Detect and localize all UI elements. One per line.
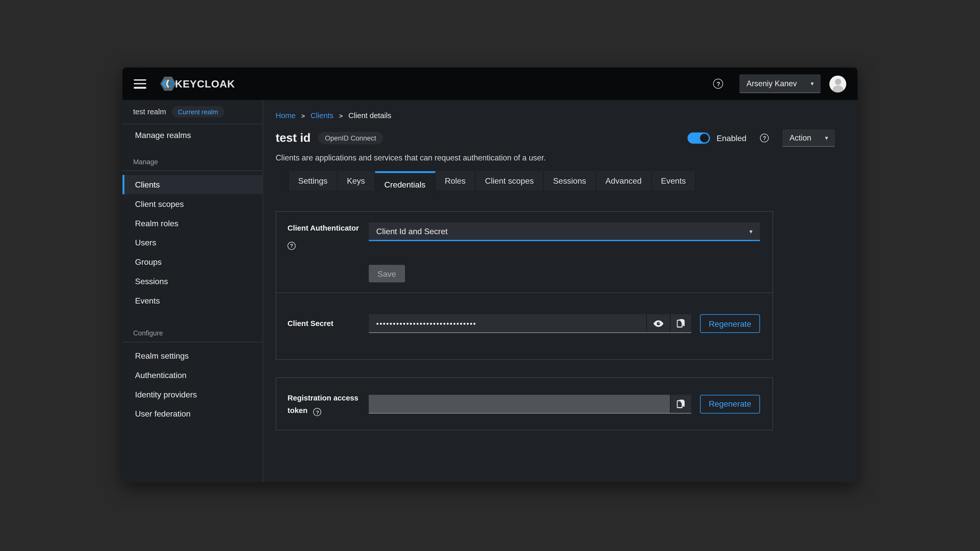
sidebar-item-client-scopes[interactable]: Client scopes xyxy=(123,194,262,214)
page-title: test id xyxy=(275,131,310,145)
sidebar-item-realm-settings[interactable]: Realm settings xyxy=(123,346,262,365)
screen: KEYCLOAK ? Arseniy Kanev ▾ test realm Cu… xyxy=(0,0,980,551)
enabled-toggle[interactable] xyxy=(687,132,710,144)
breadcrumb-home[interactable]: Home xyxy=(275,111,296,120)
brand-text: KEYCLOAK xyxy=(175,78,235,90)
client-secret-masked-value: •••••••••••••••••••••••••••••• xyxy=(376,320,476,327)
user-name: Arseniy Kanev xyxy=(746,79,797,88)
sidebar-item-clients[interactable]: Clients xyxy=(123,175,262,194)
keycloak-logo[interactable]: KEYCLOAK xyxy=(159,74,235,93)
tab-advanced[interactable]: Advanced xyxy=(596,171,652,191)
copy-icon xyxy=(677,319,685,328)
registration-token-card: Registration access token ? xyxy=(275,377,773,430)
client-secret-label: Client Secret xyxy=(288,318,361,330)
sidebar-item-realm-roles[interactable]: Realm roles xyxy=(123,214,262,233)
user-avatar xyxy=(829,75,846,92)
save-button[interactable]: Save xyxy=(369,265,405,283)
sidebar-item-users[interactable]: Users xyxy=(123,233,262,252)
tab-keys[interactable]: Keys xyxy=(337,171,375,191)
realm-name: test realm xyxy=(133,107,166,116)
regenerate-token-button[interactable]: Regenerate xyxy=(700,395,760,413)
registration-token-help-icon[interactable]: ? xyxy=(313,408,321,416)
help-icon[interactable]: ? xyxy=(713,79,723,89)
copy-secret-button[interactable] xyxy=(670,314,691,332)
breadcrumb-current: Client details xyxy=(348,111,391,120)
registration-token-input-group xyxy=(369,395,691,413)
client-authenticator-help-icon[interactable]: ? xyxy=(288,241,296,250)
client-authenticator-label: Client Authenticator xyxy=(288,222,361,234)
client-authenticator-value: Client Id and Secret xyxy=(376,227,448,236)
enabled-label: Enabled xyxy=(717,133,746,143)
chevron-down-icon: ▾ xyxy=(749,228,752,235)
nav-toggle-button[interactable] xyxy=(134,79,146,89)
tab-sessions[interactable]: Sessions xyxy=(544,171,596,191)
sidebar-item-identity-providers[interactable]: Identity providers xyxy=(123,385,262,404)
current-realm-badge: Current realm xyxy=(172,106,224,118)
client-secret-input-group: •••••••••••••••••••••••••••••• xyxy=(369,314,691,333)
tab-events[interactable]: Events xyxy=(652,171,696,191)
client-authenticator-select[interactable]: Client Id and Secret ▾ xyxy=(369,222,760,241)
enabled-help-icon[interactable]: ? xyxy=(760,134,769,142)
chevron-down-icon: ▾ xyxy=(811,80,814,87)
show-secret-button[interactable] xyxy=(646,314,670,332)
sidebar-section-configure: Configure xyxy=(123,329,262,342)
tab-client-scopes[interactable]: Client scopes xyxy=(476,171,544,191)
tab-credentials[interactable]: Credentials xyxy=(375,171,435,196)
registration-token-label: Registration access token xyxy=(288,394,359,414)
client-secret-input[interactable]: •••••••••••••••••••••••••••••• xyxy=(369,314,646,332)
page-description: Clients are applications and services th… xyxy=(275,154,835,162)
keycloak-logo-icon xyxy=(159,74,177,93)
copy-icon xyxy=(677,399,685,408)
registration-token-input[interactable] xyxy=(369,395,670,413)
action-dropdown[interactable]: Action ▾ xyxy=(783,129,835,147)
sidebar: test realm Current realm Manage realms M… xyxy=(123,100,263,483)
tab-roles[interactable]: Roles xyxy=(435,171,476,191)
toggle-knob xyxy=(700,134,708,142)
breadcrumb-clients[interactable]: Clients xyxy=(310,111,334,120)
sidebar-item-authentication[interactable]: Authentication xyxy=(123,365,262,385)
client-authenticator-card: Client Authenticator ? Client Id and Sec… xyxy=(275,211,773,360)
tab-settings[interactable]: Settings xyxy=(288,171,337,191)
content-area: Home > Clients > Client details test id … xyxy=(263,100,858,483)
keycloak-admin-window: KEYCLOAK ? Arseniy Kanev ▾ test realm Cu… xyxy=(123,67,858,482)
sidebar-item-groups[interactable]: Groups xyxy=(123,252,262,272)
regenerate-secret-button[interactable]: Regenerate xyxy=(700,314,760,333)
sidebar-item-sessions[interactable]: Sessions xyxy=(123,272,262,291)
breadcrumb-separator-icon: > xyxy=(301,112,305,119)
realm-row[interactable]: test realm Current realm xyxy=(123,100,262,124)
sidebar-item-events[interactable]: Events xyxy=(123,291,262,310)
sidebar-section-manage: Manage xyxy=(123,158,262,171)
tab-bar: Settings Keys Credentials Roles Client s… xyxy=(288,171,835,196)
sidebar-item-user-federation[interactable]: User federation xyxy=(123,404,262,424)
breadcrumb-separator-icon: > xyxy=(339,112,343,119)
protocol-badge: OpenID Connect xyxy=(318,132,383,144)
breadcrumb: Home > Clients > Client details xyxy=(275,111,835,120)
eye-icon xyxy=(653,320,664,327)
masthead: KEYCLOAK ? Arseniy Kanev ▾ xyxy=(123,67,858,100)
user-menu-button[interactable]: Arseniy Kanev ▾ xyxy=(740,74,821,93)
chevron-down-icon: ▾ xyxy=(825,135,828,141)
copy-token-button[interactable] xyxy=(670,395,691,413)
sidebar-item-manage-realms[interactable]: Manage realms xyxy=(123,124,262,145)
